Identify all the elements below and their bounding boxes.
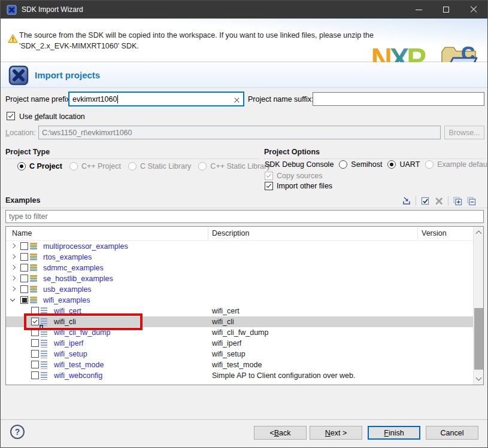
collapse-all-icon[interactable] bbox=[465, 195, 477, 207]
project-type-c-static-library[interactable]: C++ Static Library bbox=[198, 162, 270, 170]
project-name-suffix-input[interactable] bbox=[313, 92, 484, 106]
clear-prefix-icon[interactable] bbox=[234, 97, 240, 103]
chevron-collapsed-icon[interactable] bbox=[11, 243, 16, 248]
column-name[interactable]: Name bbox=[12, 229, 32, 237]
example-name[interactable]: wifi_cli bbox=[54, 316, 76, 327]
example-name[interactable]: wifi_iperf bbox=[54, 338, 83, 349]
example-name[interactable]: wifi_cert bbox=[54, 306, 81, 316]
project-type-c-static-library[interactable]: C Static Library bbox=[128, 162, 191, 170]
back-button[interactable]: < Back bbox=[254, 426, 307, 440]
chevron-expanded-icon[interactable] bbox=[10, 297, 15, 301]
tree-row[interactable]: usb_examples bbox=[6, 284, 474, 295]
column-divider[interactable] bbox=[208, 228, 208, 240]
tree-row[interactable]: sdmmc_examples bbox=[6, 263, 474, 273]
row-checkbox[interactable] bbox=[31, 350, 39, 358]
tree-row[interactable]: wifi_setupwifi_setup bbox=[6, 349, 474, 359]
example-name[interactable]: wifi_setup bbox=[54, 349, 87, 359]
row-checkbox[interactable] bbox=[20, 253, 28, 261]
help-button[interactable]: ? bbox=[10, 425, 25, 439]
tree-row[interactable]: wifi_iperfwifi_iperf bbox=[6, 338, 474, 349]
column-divider[interactable] bbox=[417, 228, 418, 240]
browse-button[interactable]: Browse... bbox=[444, 126, 484, 139]
import-projects-icon bbox=[8, 65, 29, 86]
project-type-c-project[interactable]: C++ Project bbox=[69, 162, 121, 170]
close-button[interactable] bbox=[460, 1, 487, 19]
vertical-scrollbar[interactable] bbox=[473, 227, 483, 385]
warning-text: The source from the SDK will be copied i… bbox=[19, 30, 378, 51]
footer-divider bbox=[1, 419, 487, 420]
location-input: C:\ws1150_rt\evkimxrt1060 bbox=[38, 126, 441, 139]
copy-sources-row: Copy sources bbox=[265, 172, 322, 180]
tree-row[interactable]: wifi_examples bbox=[6, 295, 474, 306]
filter-input[interactable]: type to filter bbox=[5, 210, 484, 223]
console-uart[interactable]: UART bbox=[387, 160, 420, 169]
chevron-collapsed-icon[interactable] bbox=[11, 287, 16, 291]
option-label: Semihost bbox=[351, 160, 382, 169]
minimize-icon bbox=[416, 10, 422, 10]
chevron-collapsed-icon[interactable] bbox=[11, 254, 16, 259]
row-checkbox[interactable] bbox=[20, 296, 28, 304]
row-checkbox[interactable] bbox=[20, 264, 28, 272]
deselect-all-icon[interactable] bbox=[433, 195, 445, 207]
example-name[interactable]: rtos_examples bbox=[43, 252, 92, 263]
scrollbar-thumb[interactable] bbox=[474, 308, 483, 370]
row-checkbox[interactable] bbox=[31, 339, 39, 347]
sdk-debug-console-row: SDK Debug Console SemihostUARTExample de… bbox=[265, 160, 488, 169]
row-checkbox[interactable] bbox=[20, 242, 28, 250]
next-button[interactable]: Next > bbox=[310, 426, 362, 440]
row-checkbox[interactable] bbox=[31, 371, 39, 379]
project-name-prefix-input[interactable]: evkimxrt1060 bbox=[68, 92, 244, 106]
tree-row[interactable]: wifi_certwifi_cert bbox=[6, 306, 474, 316]
console-example-default[interactable]: Example default bbox=[425, 160, 488, 169]
project-type-c-project[interactable]: C Project bbox=[17, 162, 62, 170]
column-version[interactable]: Version bbox=[422, 229, 447, 237]
warning-icon bbox=[8, 34, 18, 43]
maximize-button[interactable] bbox=[432, 1, 460, 19]
select-all-icon[interactable] bbox=[419, 195, 431, 207]
import-archive-icon[interactable] bbox=[401, 195, 413, 207]
tree-header: Name Description Version bbox=[6, 227, 473, 241]
minimize-button[interactable] bbox=[405, 1, 432, 19]
option-copy-sources[interactable]: Copy sources bbox=[265, 172, 322, 180]
console-semihost[interactable]: Semihost bbox=[339, 160, 382, 169]
chevron-collapsed-icon[interactable] bbox=[11, 276, 16, 281]
row-checkbox[interactable] bbox=[20, 275, 28, 282]
example-name[interactable]: usb_examples bbox=[43, 284, 92, 295]
radio-icon bbox=[425, 160, 434, 169]
tree-row[interactable]: rtos_examples bbox=[6, 252, 474, 263]
cancel-button[interactable]: Cancel bbox=[426, 426, 478, 440]
row-checkbox[interactable] bbox=[20, 285, 28, 293]
example-name[interactable]: wifi_test_mode bbox=[54, 359, 104, 370]
example-name[interactable]: multiprocessor_examples bbox=[43, 241, 128, 252]
row-checkbox[interactable] bbox=[31, 318, 39, 325]
tree-row[interactable]: wifi_cli_fw_dumpwifi_cli_fw_dump bbox=[6, 327, 474, 338]
example-name[interactable]: se_hostlib_examples bbox=[43, 273, 113, 284]
column-description[interactable]: Description bbox=[212, 229, 250, 237]
project-options-title: Project Options bbox=[264, 148, 320, 156]
row-checkbox[interactable] bbox=[31, 307, 39, 315]
banner: The source from the SDK will be copied i… bbox=[1, 19, 487, 62]
radio-icon bbox=[17, 162, 26, 170]
chevron-collapsed-icon[interactable] bbox=[11, 265, 16, 270]
option-import-other-files[interactable]: Import other files bbox=[265, 182, 332, 190]
scroll-up-icon[interactable] bbox=[474, 227, 484, 237]
scroll-down-icon[interactable] bbox=[474, 374, 484, 385]
expand-all-icon[interactable] bbox=[451, 195, 463, 207]
tree-row[interactable]: wifi_cliwifi_cli bbox=[6, 316, 474, 327]
example-name[interactable]: wifi_webconfig bbox=[54, 370, 102, 381]
tree-row[interactable]: se_hostlib_examples bbox=[6, 273, 474, 284]
example-name[interactable]: wifi_cli_fw_dump bbox=[54, 327, 110, 338]
examples-separator bbox=[1, 208, 487, 208]
example-name[interactable]: sdmmc_examples bbox=[43, 263, 104, 273]
row-checkbox[interactable] bbox=[31, 361, 39, 368]
row-checkbox[interactable] bbox=[31, 328, 39, 336]
tree-row[interactable]: wifi_test_modewifi_test_mode bbox=[6, 359, 474, 370]
finish-button[interactable]: Finish bbox=[368, 426, 420, 440]
option-label: C++ Static Library bbox=[210, 162, 270, 170]
use-default-location-checkbox[interactable] bbox=[7, 112, 15, 120]
example-name[interactable]: wifi_examples bbox=[43, 295, 90, 306]
titlebar: SDK Import Wizard bbox=[1, 1, 487, 19]
category-icon bbox=[30, 243, 37, 251]
tree-row[interactable]: multiprocessor_examples bbox=[6, 241, 474, 252]
tree-row[interactable]: wifi_webconfigSimple AP to Client config… bbox=[6, 370, 474, 381]
